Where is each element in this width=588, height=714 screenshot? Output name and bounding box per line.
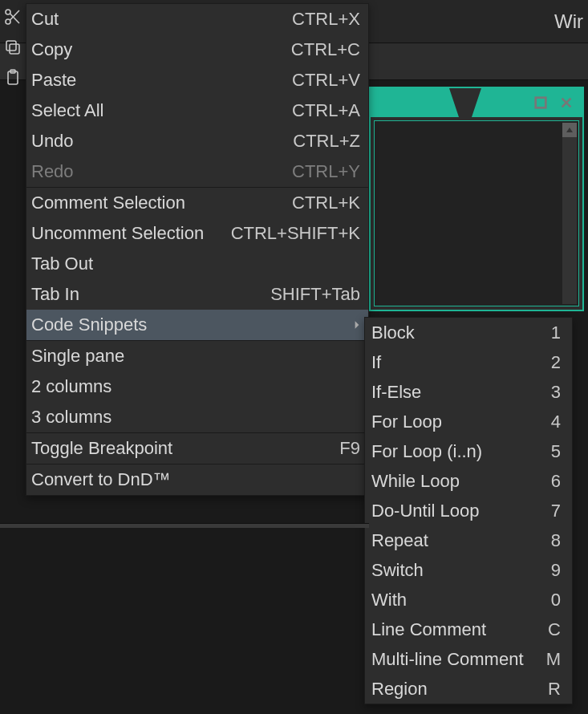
menu-item-label: Undo — [31, 131, 283, 152]
menu-item-label: Single pane — [31, 346, 351, 367]
menu-item-label: Redo — [31, 161, 282, 182]
snippet-shortcut: 0 — [541, 590, 561, 611]
svg-point-4 — [6, 10, 10, 14]
snippet-shortcut: C — [538, 619, 561, 640]
svg-rect-8 — [10, 44, 19, 54]
snippet-shortcut: 6 — [541, 471, 561, 492]
snippet-shortcut: 2 — [541, 352, 561, 373]
menu-item-label: Tab In — [31, 284, 261, 305]
menu-item-3-columns[interactable]: 3 columns — [26, 402, 368, 432]
snippet-label: Repeat — [371, 530, 541, 551]
menu-item-shortcut: CTRL+K — [282, 193, 360, 213]
snippet-label: Switch — [371, 560, 541, 581]
menu-item-paste[interactable]: PasteCTRL+V — [26, 65, 368, 95]
menu-item-label: Code Snippets — [31, 314, 341, 335]
menu-item-single-pane[interactable]: Single pane — [26, 341, 368, 371]
menu-item-convert-to-dnd-[interactable]: Convert to DnD™ — [26, 465, 368, 495]
menu-item-shortcut: CTRL+SHIFT+K — [221, 223, 360, 244]
scissors-icon[interactable] — [2, 5, 24, 29]
menu-item-shortcut: F9 — [330, 438, 360, 459]
snippet-label: Line Comment — [371, 619, 538, 640]
snippet-label: If-Else — [371, 382, 541, 403]
menu-item-label: Paste — [31, 70, 282, 91]
menu-item-2-columns[interactable]: 2 columns — [26, 371, 368, 402]
menu-item-shortcut: CTRL+V — [282, 70, 360, 91]
window-title: Wir — [554, 10, 583, 33]
snippet-item-if-else[interactable]: If-Else3 — [365, 377, 572, 407]
snippet-item-repeat[interactable]: Repeat8 — [365, 525, 572, 555]
menu-item-label: Comment Selection — [31, 193, 282, 213]
menu-item-select-all[interactable]: Select AllCTRL+A — [26, 95, 368, 126]
menu-item-label: Copy — [31, 39, 282, 60]
snippet-label: Region — [371, 679, 538, 700]
code-snippets-submenu[interactable]: Block1If2If-Else3For Loop4For Loop (i..n… — [364, 317, 573, 704]
menu-item-copy[interactable]: CopyCTRL+C — [26, 34, 368, 65]
code-editor-window — [369, 87, 584, 311]
snippet-label: While Loop — [371, 471, 541, 492]
snippet-shortcut: R — [538, 679, 561, 700]
snippet-shortcut: 9 — [541, 560, 561, 581]
snippet-item-do-until-loop[interactable]: Do-Until Loop7 — [365, 496, 572, 525]
editor-titlebar — [371, 88, 582, 117]
editor-viewport[interactable] — [374, 120, 579, 306]
snippet-item-if[interactable]: If2 — [365, 347, 572, 377]
snippet-item-while-loop[interactable]: While Loop6 — [365, 466, 572, 496]
snippet-label: Block — [371, 323, 541, 343]
toolbar-icon-strip — [2, 5, 26, 90]
snippet-item-multi-line-comment[interactable]: Multi-line CommentM — [365, 644, 572, 674]
svg-rect-0 — [536, 98, 546, 108]
snippet-label: For Loop — [371, 412, 541, 432]
clipboard-icon[interactable] — [2, 66, 24, 90]
close-icon[interactable] — [558, 95, 574, 111]
menu-item-shortcut: CTRL+X — [282, 9, 360, 30]
menu-item-label: 2 columns — [31, 376, 351, 397]
menu-item-redo: RedoCTRL+Y — [26, 156, 368, 187]
maximize-icon[interactable] — [533, 95, 549, 111]
menu-item-shortcut: SHIFT+Tab — [261, 284, 360, 305]
snippet-shortcut: 7 — [541, 501, 561, 521]
editor-tab-notch — [449, 88, 481, 117]
menu-item-tab-out[interactable]: Tab Out — [26, 249, 368, 279]
menu-item-code-snippets[interactable]: Code Snippets — [26, 310, 368, 340]
snippet-shortcut: 1 — [541, 323, 561, 343]
menu-item-uncomment-selection[interactable]: Uncomment SelectionCTRL+SHIFT+K — [26, 218, 368, 249]
scrollbar-up-icon[interactable] — [562, 123, 577, 137]
menu-item-label: Convert to DnD™ — [31, 469, 351, 490]
context-menu[interactable]: CutCTRL+XCopyCTRL+CPasteCTRL+VSelect All… — [26, 3, 369, 496]
svg-marker-12 — [355, 321, 359, 329]
snippet-item-block[interactable]: Block1 — [365, 318, 572, 347]
menu-item-undo[interactable]: UndoCTRL+Z — [26, 126, 368, 156]
menu-item-label: 3 columns — [31, 407, 351, 428]
menu-item-label: Cut — [31, 9, 282, 30]
menu-item-cut[interactable]: CutCTRL+X — [26, 4, 368, 34]
menu-item-shortcut: CTRL+Z — [283, 131, 360, 152]
snippet-item-for-loop-i-n-[interactable]: For Loop (i..n)5 — [365, 436, 572, 466]
snippet-item-line-comment[interactable]: Line CommentC — [365, 615, 572, 644]
menu-item-label: Tab Out — [31, 254, 351, 274]
snippet-item-for-loop[interactable]: For Loop4 — [365, 407, 572, 436]
scrollbar-track[interactable] — [562, 123, 577, 304]
svg-rect-9 — [6, 41, 16, 51]
snippet-shortcut: 5 — [541, 441, 561, 462]
menu-item-comment-selection[interactable]: Comment SelectionCTRL+K — [26, 188, 368, 218]
snippet-label: If — [371, 352, 541, 373]
snippet-label: For Loop (i..n) — [371, 441, 541, 462]
menu-item-shortcut: CTRL+A — [282, 100, 360, 121]
snippet-shortcut: 3 — [541, 382, 561, 403]
snippet-shortcut: M — [537, 649, 561, 670]
copy-icon[interactable] — [2, 35, 24, 59]
svg-point-5 — [6, 19, 10, 24]
snippet-shortcut: 4 — [541, 412, 561, 432]
svg-marker-3 — [566, 128, 573, 132]
snippet-item-with[interactable]: With0 — [365, 585, 572, 615]
menu-item-shortcut: CTRL+C — [282, 39, 360, 60]
snippet-item-region[interactable]: RegionR — [365, 674, 572, 704]
menu-item-tab-in[interactable]: Tab InSHIFT+Tab — [26, 279, 368, 310]
menu-item-toggle-breakpoint[interactable]: Toggle BreakpointF9 — [26, 433, 368, 464]
context-menu-shadow — [0, 523, 369, 528]
menu-item-label: Toggle Breakpoint — [31, 438, 330, 459]
snippet-item-switch[interactable]: Switch9 — [365, 555, 572, 585]
menu-item-label: Uncomment Selection — [31, 223, 221, 244]
snippet-label: Multi-line Comment — [371, 649, 537, 670]
snippet-shortcut: 8 — [541, 530, 561, 551]
